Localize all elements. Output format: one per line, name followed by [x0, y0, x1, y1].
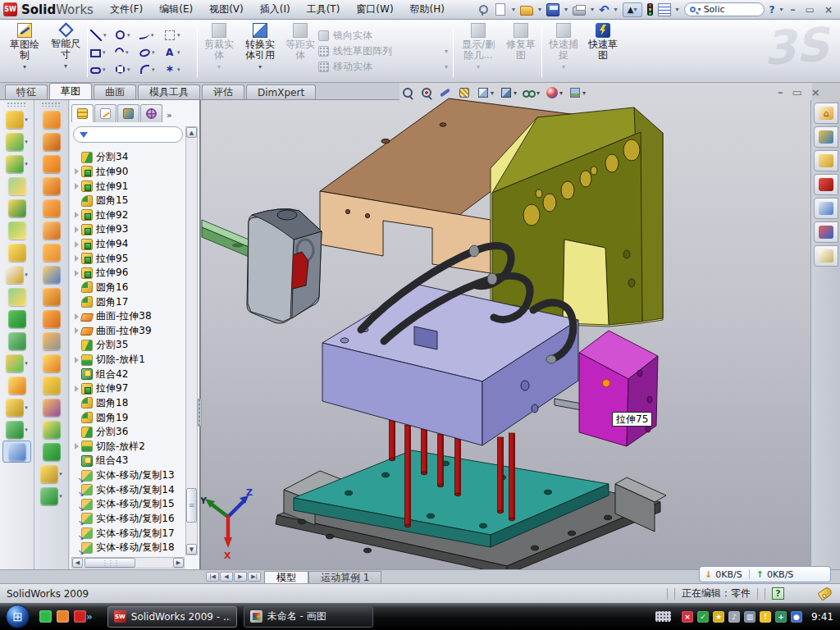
ejector-pin[interactable] [498, 437, 504, 514]
shell-button[interactable] [0, 219, 34, 241]
filled-surface-button[interactable] [34, 219, 68, 241]
tag-icon[interactable] [817, 586, 833, 600]
dropdown-caret[interactable]: ▾ [177, 49, 180, 56]
ribbon-tab-2[interactable]: 曲面 [94, 84, 136, 99]
rapid-sketch-button[interactable]: 快速草图 [587, 23, 619, 61]
tree-item-11[interactable]: 曲面-拉伸38 [73, 309, 184, 324]
ejector-pin[interactable] [390, 420, 395, 461]
tree-item-26[interactable]: 实体-移动/复制17 [73, 526, 184, 541]
ejector-pin[interactable] [438, 434, 444, 487]
messenger-button[interactable] [39, 610, 52, 623]
toolbar-grip[interactable] [7, 102, 27, 107]
convert-caret-icon[interactable]: ▾ [258, 62, 262, 72]
quick-tips-button[interactable]: ? [772, 587, 784, 600]
scroll-down-button[interactable]: ▼ [186, 544, 197, 555]
menu-item-3[interactable]: 插入(I) [252, 1, 299, 18]
file-explorer-button[interactable] [814, 150, 838, 171]
ejector-pin[interactable] [405, 425, 411, 527]
menu-item-6[interactable]: 帮助(H) [402, 1, 453, 18]
tab-configurationmanager[interactable] [117, 104, 139, 122]
dropdown-caret-icon[interactable]: ▾ [25, 404, 28, 411]
tree-item-13[interactable]: 分割35 [73, 338, 184, 353]
tree-item-23[interactable]: 实体-移动/复制14 [73, 482, 184, 497]
rib-button[interactable] [0, 308, 34, 330]
tab-propertymanager[interactable] [94, 104, 116, 122]
search-caret-icon[interactable]: ▾ [698, 6, 701, 13]
radiate-surface-button[interactable] [34, 263, 68, 285]
taskbar-window-1[interactable]: 未命名 - 画图 [244, 606, 373, 628]
doc-close-button[interactable]: × [811, 86, 820, 98]
move-entities-button[interactable]: 移动实体 ▾ [318, 59, 448, 75]
dropdown-caret[interactable]: ▾ [127, 66, 130, 73]
part-green-rod[interactable] [202, 220, 253, 258]
smart-dimension-button[interactable]: 智能尺寸 ▾ [49, 23, 82, 71]
tree-item-8[interactable]: 拉伸96 [73, 266, 184, 281]
instant3d-button[interactable] [2, 441, 31, 463]
expand-arrow-icon[interactable] [75, 327, 79, 334]
tree-item-22[interactable]: 实体-移动/复制13 [73, 468, 184, 483]
expand-arrow-icon[interactable] [75, 226, 79, 233]
tree-item-18[interactable]: 圆角19 [73, 410, 184, 425]
extruded-cut-button[interactable]: ▾ [0, 130, 34, 153]
tree-item-17[interactable]: 圆角18 [73, 396, 184, 411]
lofted-boss-button[interactable] [0, 197, 34, 219]
model-tab-1[interactable]: 运动算例 1 [308, 571, 381, 583]
restore-button[interactable]: ▭ [803, 4, 817, 16]
dropdown-caret[interactable]: ▾ [103, 66, 106, 73]
line-tool-button[interactable]: ▾ [90, 30, 115, 41]
tree-item-4[interactable]: 拉伸92 [73, 208, 184, 223]
tree-item-14[interactable]: 切除-放样1 [73, 353, 184, 368]
part-magenta-block[interactable] [579, 331, 658, 446]
ribbon-tab-3[interactable]: 模具工具 [138, 84, 200, 99]
dropdown-caret-icon[interactable]: ▾ [582, 89, 586, 97]
close-button[interactable]: × [822, 4, 835, 16]
ejector-pin[interactable] [422, 429, 427, 475]
previous-view-button[interactable] [439, 86, 452, 99]
tree-item-3[interactable]: 圆角15 [73, 194, 184, 208]
tree-item-0[interactable]: 分割34 [73, 150, 184, 165]
doc-minimize-button[interactable]: – [778, 86, 783, 98]
ellipse-tool-button[interactable]: ▾ [139, 48, 164, 57]
zoom-area-button[interactable] [420, 86, 433, 99]
model-tab-0[interactable]: 模型 [264, 571, 308, 583]
tree-horizontal-scrollbar[interactable]: ◀ ▶ [71, 557, 185, 568]
draft-analysis-button[interactable]: ▾ [34, 463, 68, 485]
tree-filter-input[interactable] [73, 126, 183, 143]
view-palette-button[interactable] [814, 198, 838, 219]
edit-appearance-button[interactable]: ▾ [546, 86, 563, 99]
defender-icon[interactable]: + [775, 611, 787, 623]
ribbon-tab-1[interactable]: 草图 [49, 83, 92, 99]
dropdown-caret[interactable]: ▾ [177, 66, 180, 73]
convert-entities-button[interactable]: 转换实体引用 ▾ [243, 23, 277, 72]
lofted-surface-button[interactable] [34, 175, 68, 197]
options-caret-icon[interactable]: ▾ [676, 6, 679, 13]
dropdown-caret-icon[interactable]: ▾ [25, 139, 28, 145]
dropdown-caret[interactable]: ▾ [103, 49, 106, 56]
quick-snaps-button[interactable]: 快速捕捉 ▾ [547, 23, 580, 72]
doc-restore-button[interactable]: ▭ [792, 86, 802, 98]
tooling-split-button[interactable] [34, 418, 68, 441]
expand-arrow-icon[interactable] [75, 443, 79, 450]
volume-icon[interactable]: ♪ [728, 611, 740, 623]
dropdown-caret-icon[interactable]: ▾ [59, 471, 62, 477]
expand-arrow-icon[interactable] [75, 212, 79, 218]
scroll-right-button[interactable]: ▶ [173, 558, 184, 568]
ejector-pin[interactable] [509, 433, 515, 521]
dropdown-caret-icon[interactable]: ▾ [559, 89, 563, 97]
ribbon-tab-5[interactable]: DimXpert [246, 84, 316, 99]
undercut-analysis-button[interactable]: ▾ [34, 485, 68, 507]
delete-body-button[interactable] [0, 374, 34, 396]
knit-surface-button[interactable] [34, 285, 68, 308]
planar-surface-button[interactable] [34, 108, 68, 130]
sync-center-icon[interactable]: ● [791, 611, 802, 623]
core-button[interactable] [34, 441, 68, 463]
smart-dimension-caret-icon[interactable]: ▾ [64, 61, 67, 71]
solidworks-search-button[interactable] [814, 174, 838, 195]
display-style-button[interactable]: ▾ [500, 86, 517, 99]
tab-nav-button-1[interactable]: ◀ [220, 572, 233, 582]
tree-item-20[interactable]: 切除-放样2 [73, 440, 184, 454]
arc-tool-button[interactable]: ▾ [115, 48, 139, 57]
antivirus-alert-icon[interactable]: × [682, 611, 693, 623]
extend-surface-button[interactable] [34, 308, 68, 330]
sketch-caret-icon[interactable]: ▾ [23, 62, 26, 72]
